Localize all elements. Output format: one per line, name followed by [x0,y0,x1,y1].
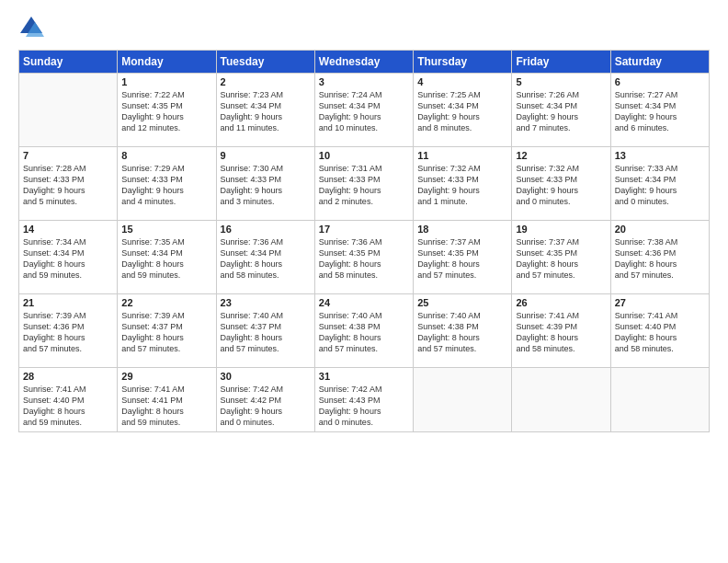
calendar-cell: 10Sunrise: 7:31 AM Sunset: 4:33 PM Dayli… [314,147,413,221]
day-number: 2 [221,76,311,87]
day-number: 25 [417,297,507,308]
day-number: 6 [615,76,705,87]
calendar-header-row: SundayMondayTuesdayWednesdayThursdayFrid… [19,51,710,74]
day-number: 4 [417,76,507,87]
calendar-cell: 19Sunrise: 7:37 AM Sunset: 4:35 PM Dayli… [512,221,610,294]
calendar-cell: 24Sunrise: 7:40 AM Sunset: 4:38 PM Dayli… [314,294,413,368]
calendar-cell: 20Sunrise: 7:38 AM Sunset: 4:36 PM Dayli… [610,221,709,294]
calendar-cell [512,368,610,432]
calendar-cell: 28Sunrise: 7:41 AM Sunset: 4:40 PM Dayli… [19,368,118,432]
day-number: 23 [221,297,311,308]
calendar-cell: 4Sunrise: 7:25 AM Sunset: 4:34 PM Daylig… [414,74,512,147]
calendar-table: SundayMondayTuesdayWednesdayThursdayFrid… [18,50,710,432]
day-number: 13 [615,150,705,161]
day-number: 29 [121,371,211,382]
cell-content: Sunrise: 7:37 AM Sunset: 4:35 PM Dayligh… [516,236,606,282]
cell-content: Sunrise: 7:34 AM Sunset: 4:34 PM Dayligh… [23,236,113,282]
cell-content: Sunrise: 7:32 AM Sunset: 4:33 PM Dayligh… [516,163,606,208]
calendar-week-row: 1Sunrise: 7:22 AM Sunset: 4:35 PM Daylig… [19,74,710,147]
cell-content: Sunrise: 7:23 AM Sunset: 4:34 PM Dayligh… [221,89,311,134]
calendar-cell: 11Sunrise: 7:32 AM Sunset: 4:33 PM Dayli… [414,147,512,221]
calendar-cell: 21Sunrise: 7:39 AM Sunset: 4:36 PM Dayli… [19,294,118,368]
page: SundayMondayTuesdayWednesdayThursdayFrid… [0,0,728,563]
calendar-cell: 27Sunrise: 7:41 AM Sunset: 4:40 PM Dayli… [610,294,709,368]
calendar-cell [19,74,118,147]
cell-content: Sunrise: 7:24 AM Sunset: 4:34 PM Dayligh… [319,89,409,134]
day-number: 7 [23,150,113,161]
calendar-cell: 5Sunrise: 7:26 AM Sunset: 4:34 PM Daylig… [512,74,610,147]
logo-icon [18,15,44,40]
cell-content: Sunrise: 7:35 AM Sunset: 4:34 PM Dayligh… [121,236,211,282]
cell-content: Sunrise: 7:22 AM Sunset: 4:35 PM Dayligh… [121,89,211,134]
calendar-week-row: 14Sunrise: 7:34 AM Sunset: 4:34 PM Dayli… [19,221,710,294]
day-number: 1 [121,76,211,87]
calendar-cell: 29Sunrise: 7:41 AM Sunset: 4:41 PM Dayli… [118,368,216,432]
cell-content: Sunrise: 7:40 AM Sunset: 4:37 PM Dayligh… [221,310,311,355]
calendar-cell: 30Sunrise: 7:42 AM Sunset: 4:42 PM Dayli… [216,368,314,432]
cell-content: Sunrise: 7:27 AM Sunset: 4:34 PM Dayligh… [615,89,705,134]
cell-content: Sunrise: 7:32 AM Sunset: 4:33 PM Dayligh… [417,163,507,208]
day-number: 28 [23,371,113,382]
day-number: 5 [516,76,606,87]
calendar-week-row: 7Sunrise: 7:28 AM Sunset: 4:33 PM Daylig… [19,147,710,221]
day-number: 17 [319,224,409,235]
calendar-cell: 15Sunrise: 7:35 AM Sunset: 4:34 PM Dayli… [118,221,216,294]
cell-content: Sunrise: 7:40 AM Sunset: 4:38 PM Dayligh… [319,310,409,355]
day-number: 3 [319,76,409,87]
cell-content: Sunrise: 7:33 AM Sunset: 4:34 PM Dayligh… [615,163,705,208]
cell-content: Sunrise: 7:28 AM Sunset: 4:33 PM Dayligh… [23,163,113,208]
cell-content: Sunrise: 7:40 AM Sunset: 4:38 PM Dayligh… [417,310,507,355]
calendar-cell: 1Sunrise: 7:22 AM Sunset: 4:35 PM Daylig… [118,74,216,147]
cell-content: Sunrise: 7:41 AM Sunset: 4:39 PM Dayligh… [516,310,606,355]
calendar-cell: 2Sunrise: 7:23 AM Sunset: 4:34 PM Daylig… [216,74,314,147]
cell-content: Sunrise: 7:37 AM Sunset: 4:35 PM Dayligh… [417,236,507,282]
calendar-cell: 23Sunrise: 7:40 AM Sunset: 4:37 PM Dayli… [216,294,314,368]
calendar-cell: 6Sunrise: 7:27 AM Sunset: 4:34 PM Daylig… [610,74,709,147]
day-number: 30 [221,371,311,382]
day-number: 15 [121,224,211,235]
cell-content: Sunrise: 7:25 AM Sunset: 4:34 PM Dayligh… [417,89,507,134]
calendar-day-header: Saturday [610,51,709,74]
day-number: 24 [319,297,409,308]
calendar-cell: 25Sunrise: 7:40 AM Sunset: 4:38 PM Dayli… [414,294,512,368]
calendar-cell: 12Sunrise: 7:32 AM Sunset: 4:33 PM Dayli… [512,147,610,221]
calendar-cell: 13Sunrise: 7:33 AM Sunset: 4:34 PM Dayli… [610,147,709,221]
logo [18,15,48,40]
header [18,15,710,40]
cell-content: Sunrise: 7:30 AM Sunset: 4:33 PM Dayligh… [221,163,311,208]
cell-content: Sunrise: 7:41 AM Sunset: 4:40 PM Dayligh… [23,384,113,429]
cell-content: Sunrise: 7:26 AM Sunset: 4:34 PM Dayligh… [516,89,606,134]
day-number: 12 [516,150,606,161]
cell-content: Sunrise: 7:39 AM Sunset: 4:37 PM Dayligh… [121,310,211,355]
day-number: 11 [417,150,507,161]
day-number: 19 [516,224,606,235]
cell-content: Sunrise: 7:36 AM Sunset: 4:35 PM Dayligh… [319,236,409,282]
calendar-cell: 17Sunrise: 7:36 AM Sunset: 4:35 PM Dayli… [314,221,413,294]
cell-content: Sunrise: 7:42 AM Sunset: 4:43 PM Dayligh… [319,384,409,429]
day-number: 20 [615,224,705,235]
calendar-cell: 3Sunrise: 7:24 AM Sunset: 4:34 PM Daylig… [314,74,413,147]
day-number: 8 [121,150,211,161]
day-number: 18 [417,224,507,235]
day-number: 22 [121,297,211,308]
calendar-cell [414,368,512,432]
cell-content: Sunrise: 7:36 AM Sunset: 4:34 PM Dayligh… [221,236,311,282]
day-number: 21 [23,297,113,308]
cell-content: Sunrise: 7:39 AM Sunset: 4:36 PM Dayligh… [23,310,113,355]
calendar-day-header: Tuesday [216,51,314,74]
calendar-day-header: Monday [118,51,216,74]
cell-content: Sunrise: 7:38 AM Sunset: 4:36 PM Dayligh… [615,236,705,282]
calendar-cell: 16Sunrise: 7:36 AM Sunset: 4:34 PM Dayli… [216,221,314,294]
calendar-cell [610,368,709,432]
cell-content: Sunrise: 7:41 AM Sunset: 4:41 PM Dayligh… [121,384,211,429]
day-number: 10 [319,150,409,161]
cell-content: Sunrise: 7:41 AM Sunset: 4:40 PM Dayligh… [615,310,705,355]
calendar-day-header: Sunday [19,51,118,74]
calendar-cell: 22Sunrise: 7:39 AM Sunset: 4:37 PM Dayli… [118,294,216,368]
calendar-cell: 18Sunrise: 7:37 AM Sunset: 4:35 PM Dayli… [414,221,512,294]
calendar-week-row: 21Sunrise: 7:39 AM Sunset: 4:36 PM Dayli… [19,294,710,368]
cell-content: Sunrise: 7:42 AM Sunset: 4:42 PM Dayligh… [221,384,311,429]
calendar-cell: 8Sunrise: 7:29 AM Sunset: 4:33 PM Daylig… [118,147,216,221]
day-number: 9 [221,150,311,161]
day-number: 31 [319,371,409,382]
